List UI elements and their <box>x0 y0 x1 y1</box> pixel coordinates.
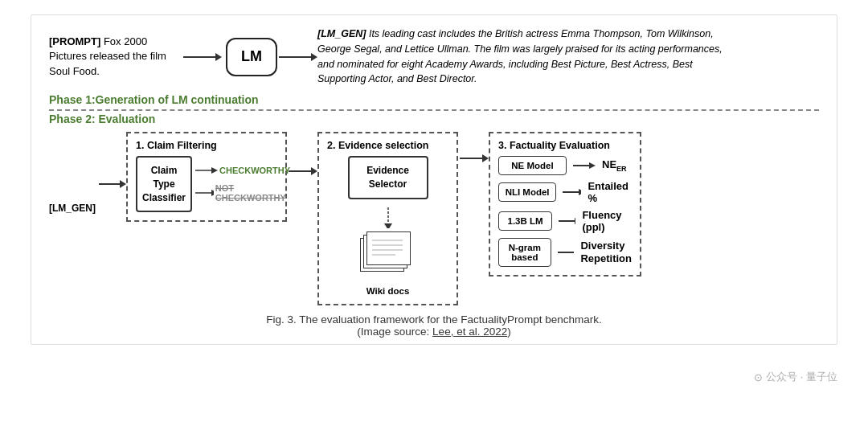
lm-gen-text: [LM_GEN] Its leading cast includes the B… <box>317 27 735 87</box>
model-row-nli: NLI Model Entailed % <box>498 180 632 204</box>
main-container: [PROMPT] Fox 2000 Pictures released the … <box>0 0 868 426</box>
caption-line2: (Image source: Lee, et al. 2022) <box>49 326 819 338</box>
factuality-label: 3. Factuality Evaluation <box>498 140 632 151</box>
svg-marker-13 <box>384 223 392 228</box>
ngram-arrow <box>558 247 575 258</box>
phase1-label: Phase 1:Generation of LM continuation <box>49 93 819 111</box>
arrow-to-wiki <box>381 206 395 228</box>
claim-filtering-label: 1. Claim Filtering <box>136 140 277 151</box>
wiki-docs-stack <box>360 231 416 272</box>
arrow-to-factuality <box>458 151 489 166</box>
svg-marker-5 <box>120 180 126 188</box>
model-row-ne: NE Model NEER <box>498 156 632 175</box>
claim-row: Claim Type Classifier CHECKWORTHY <box>136 156 277 212</box>
evidence-selection-label: 2. Evidence selection <box>327 140 448 151</box>
svg-marker-1 <box>215 53 222 61</box>
factuality-section: 3. Factuality Evaluation NE Model NEER N… <box>489 132 641 276</box>
arrow-svg <box>182 50 222 64</box>
wiki-docs-container: Wiki docs <box>327 231 448 296</box>
svg-marker-3 <box>311 53 317 61</box>
svg-marker-7 <box>211 167 218 174</box>
caption-link[interactable]: Lee, et al. 2022 <box>432 326 507 338</box>
phase2-row: [LM_GEN] 1. Claim Filtering Claim Type C… <box>49 132 819 305</box>
claim-filtering-section: 1. Claim Filtering Claim Type Classifier… <box>126 132 287 222</box>
prompt-bold: [PROMPT] <box>49 35 100 47</box>
lm-label: LM <box>241 48 262 65</box>
watermark: ⊙ 公众号 · 量子位 <box>754 370 837 384</box>
evidence-selector-box: Evidence Selector <box>348 156 428 199</box>
lm-gen-body: Its leading cast includes the British ac… <box>317 28 723 84</box>
nli-model-box: NLI Model <box>498 182 556 202</box>
caption-prefix: (Image source: <box>357 326 432 338</box>
arrow-to-evidence <box>287 164 317 178</box>
lm-arrow <box>559 215 575 227</box>
ne-model-box: NE Model <box>498 156 567 175</box>
lm-gen-input: [LM_GEN] <box>49 203 97 214</box>
phase1-arrow2 <box>277 50 317 64</box>
lm-result: Fluency (ppl) <box>582 209 632 233</box>
wiki-docs-label: Wiki docs <box>366 286 410 296</box>
watermark-text: 公众号 · 量子位 <box>766 370 837 384</box>
ngram-model-box: N-gram based <box>498 238 551 267</box>
svg-marker-19 <box>482 154 489 162</box>
svg-marker-27 <box>574 249 575 256</box>
factuality-models: NE Model NEER NLI Model <box>498 156 632 267</box>
model-row-ngram: N-gram based DiversityRepetition <box>498 238 632 267</box>
svg-marker-21 <box>589 162 596 169</box>
nli-result: Entailed % <box>588 180 632 204</box>
lm-box: LM <box>226 38 277 76</box>
svg-marker-9 <box>211 190 214 196</box>
doc-lines <box>367 232 408 263</box>
phase1-section: [PROMPT] Fox 2000 Pictures released the … <box>49 27 819 87</box>
prompt-box: [PROMPT] Fox 2000 Pictures released the … <box>49 35 178 79</box>
doc-page-front <box>366 231 411 265</box>
svg-marker-23 <box>579 189 581 195</box>
claim-type-classifier-box: Claim Type Classifier <box>136 156 192 212</box>
arrow2-svg <box>277 50 317 64</box>
not-checkworthy-label: NOT CHECKWORTHY <box>215 183 290 203</box>
arrow-to-claim <box>97 177 126 191</box>
phase2-label: Phase 2: Evaluation <box>49 113 819 125</box>
phase1-arrow1 <box>178 50 226 64</box>
model-row-lm: 1.3B LM Fluency (ppl) <box>498 209 632 233</box>
watermark-icon: ⊙ <box>754 371 763 383</box>
lm-gen-tag: [LM_GEN] <box>317 28 366 39</box>
svg-marker-11 <box>311 167 317 175</box>
nli-arrow <box>563 186 581 198</box>
checkworthy-label: CHECKWORTHY <box>219 166 290 175</box>
diagram-container: [PROMPT] Fox 2000 Pictures released the … <box>31 14 837 345</box>
not-checkworthy-arrow <box>195 188 214 198</box>
evidence-selection-section: 2. Evidence selection Evidence Selector <box>317 132 458 305</box>
lm-model-box: 1.3B LM <box>498 211 552 231</box>
ne-result: NEER <box>602 158 627 173</box>
caption: Fig. 3. The evaluation framework for the… <box>49 313 819 338</box>
svg-marker-25 <box>575 218 575 224</box>
caption-suffix: ) <box>507 326 511 338</box>
ngram-result: DiversityRepetition <box>580 240 632 264</box>
checkworthy-arrow <box>195 166 218 175</box>
caption-line1: Fig. 3. The evaluation framework for the… <box>49 313 819 326</box>
ne-arrow <box>573 160 596 171</box>
